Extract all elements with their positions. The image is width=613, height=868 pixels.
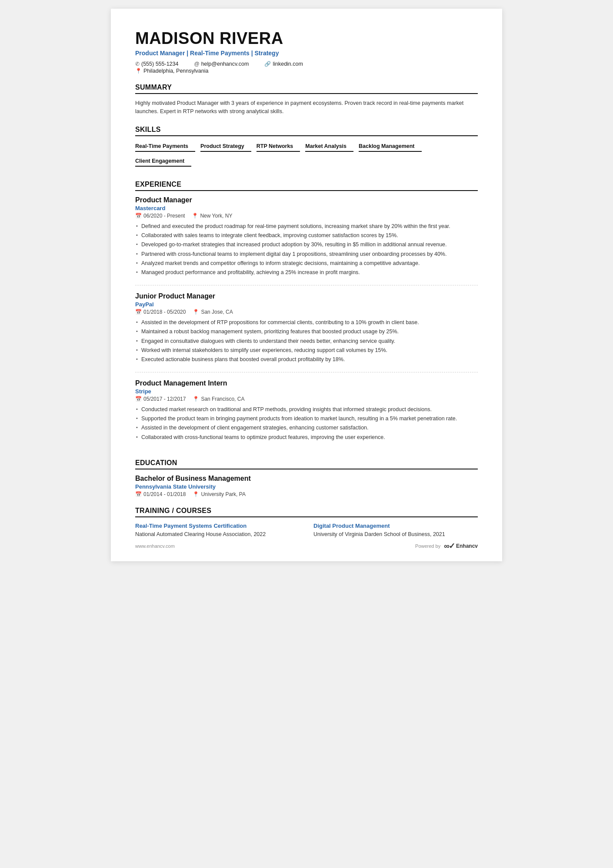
bullet-item: Worked with internal stakeholders to sim… (135, 346, 478, 355)
job-bullets-1: Defined and executed the product roadmap… (135, 222, 478, 277)
job-location-2: 📍 San Jose, CA (193, 309, 233, 315)
summary-title: SUMMARY (135, 84, 478, 94)
training-title-2: Digital Product Management (313, 523, 478, 529)
company-name-1: Mastercard (135, 205, 478, 211)
skills-list: Real-Time Payments Product Strategy RTP … (135, 141, 478, 171)
brand-name: Enhancv (456, 543, 478, 549)
skill-tag: Real-Time Payments (135, 141, 195, 152)
edu-meta-1: 📅 01/2014 - 01/2018 📍 University Park, P… (135, 491, 478, 497)
experience-title: EXPERIENCE (135, 181, 478, 191)
bullet-item: Developed go-to-market strategies that i… (135, 241, 478, 249)
skill-tag: RTP Networks (257, 141, 300, 152)
email-value: help@enhancv.com (201, 61, 249, 67)
bullet-item: Assisted in the development of RTP propo… (135, 318, 478, 327)
resume-page: MADISON RIVERA Product Manager | Real-Ti… (111, 9, 502, 561)
edu-location-1: 📍 University Park, PA (193, 491, 245, 497)
training-title: TRAINING / COURSES (135, 507, 478, 517)
candidate-name: MADISON RIVERA (135, 30, 478, 48)
experience-section: EXPERIENCE Product Manager Mastercard 📅 … (135, 181, 478, 450)
calendar-icon-2: 📅 (135, 309, 142, 315)
resume-footer: www.enhancv.com Powered by ∞✓ Enhancv (135, 541, 478, 551)
training-section: TRAINING / COURSES Real-Time Payment Sys… (135, 507, 478, 539)
bullet-item: Analyzed market trends and competitor of… (135, 259, 478, 268)
bullet-item: Assisted in the development of client en… (135, 424, 478, 432)
email-contact: @ help@enhancv.com (194, 61, 249, 67)
location-value: Philadelphia, Pennsylvania (143, 68, 208, 74)
skills-section: SKILLS Real-Time Payments Product Strate… (135, 126, 478, 171)
training-grid: Real-Time Payment Systems Certification … (135, 523, 478, 539)
location-icon-1: 📍 (192, 213, 198, 219)
education-section: EDUCATION Bachelor of Business Managemen… (135, 459, 478, 497)
education-entry-1: Bachelor of Business Management Pennsylv… (135, 475, 478, 497)
summary-section: SUMMARY Highly motivated Product Manager… (135, 84, 478, 116)
job-stripe: Product Management Intern Stripe 📅 05/20… (135, 379, 478, 450)
bullet-item: Executed actionable business plans that … (135, 355, 478, 364)
edu-date-1: 📅 01/2014 - 01/2018 (135, 491, 186, 497)
company-name-2: PayPal (135, 301, 478, 308)
bullet-item: Conducted market research on traditional… (135, 406, 478, 414)
bullet-item: Supported the product team in bringing p… (135, 415, 478, 423)
phone-contact: ✆ (555) 555-1234 (135, 61, 178, 67)
skill-tag: Client Engagement (135, 156, 191, 167)
summary-text: Highly motivated Product Manager with 3 … (135, 99, 478, 116)
header: MADISON RIVERA Product Manager | Real-Ti… (135, 30, 478, 74)
footer-website: www.enhancv.com (135, 543, 175, 549)
location-contact: 📍 Philadelphia, Pennsylvania (135, 68, 208, 74)
job-title-1: Product Manager (135, 196, 478, 204)
job-date-3: 📅 05/2017 - 12/2017 (135, 396, 186, 402)
skills-title: SKILLS (135, 126, 478, 136)
edu-degree-1: Bachelor of Business Management (135, 475, 478, 483)
job-bullets-2: Assisted in the development of RTP propo… (135, 318, 478, 364)
skill-tag: Product Strategy (200, 141, 251, 152)
company-name-3: Stripe (135, 388, 478, 395)
linkedin-value: linkedin.com (273, 61, 303, 67)
link-icon: 🔗 (264, 61, 271, 67)
footer-brand: Powered by ∞✓ Enhancv (415, 541, 478, 551)
phone-value: (555) 555-1234 (141, 61, 178, 67)
contact-row-2: 📍 Philadelphia, Pennsylvania (135, 68, 478, 74)
job-title-2: Junior Product Manager (135, 292, 478, 300)
job-date-2: 📅 01/2018 - 05/2020 (135, 309, 186, 315)
bullet-item: Partnered with cross-functional teams to… (135, 250, 478, 258)
bullet-item: Defined and executed the product roadmap… (135, 222, 478, 231)
linkedin-contact[interactable]: 🔗 linkedin.com (264, 61, 303, 67)
location-icon-edu: 📍 (193, 491, 199, 497)
location-icon-2: 📍 (193, 309, 199, 315)
job-date-1: 📅 06/2020 - Present (135, 213, 185, 219)
training-title-1: Real-Time Payment Systems Certification (135, 523, 300, 529)
email-icon: @ (194, 61, 199, 67)
job-paypal: Junior Product Manager PayPal 📅 01/2018 … (135, 292, 478, 372)
bullet-item: Engaged in consultative dialogues with c… (135, 337, 478, 345)
location-icon-3: 📍 (193, 396, 199, 402)
training-item-1: Real-Time Payment Systems Certification … (135, 523, 300, 539)
edu-school-1: Pennsylvania State University (135, 483, 478, 490)
job-title-3: Product Management Intern (135, 379, 478, 387)
training-item-2: Digital Product Management University of… (313, 523, 478, 539)
skill-tag: Backlog Management (359, 141, 422, 152)
bullet-item: Collaborated with cross-functional teams… (135, 433, 478, 442)
job-location-3: 📍 San Francisco, CA (193, 396, 244, 402)
job-location-1: 📍 New York, NY (192, 213, 232, 219)
powered-by-text: Powered by (415, 543, 440, 549)
logo-icon: ∞✓ (444, 541, 454, 551)
calendar-icon-3: 📅 (135, 396, 142, 402)
calendar-icon-edu: 📅 (135, 491, 142, 497)
job-mastercard: Product Manager Mastercard 📅 06/2020 - P… (135, 196, 478, 285)
candidate-title: Product Manager | Real-Time Payments | S… (135, 50, 478, 57)
skill-tag: Market Analysis (305, 141, 353, 152)
training-desc-1: National Automated Clearing House Associ… (135, 530, 300, 539)
education-title: EDUCATION (135, 459, 478, 469)
job-bullets-3: Conducted market research on traditional… (135, 406, 478, 442)
enhancv-logo: ∞✓ Enhancv (444, 541, 478, 551)
bullet-item: Maintained a robust backlog management s… (135, 328, 478, 336)
calendar-icon-1: 📅 (135, 213, 142, 219)
training-desc-2: University of Virginia Darden School of … (313, 530, 478, 539)
bullet-item: Collaborated with sales teams to integra… (135, 231, 478, 240)
job-meta-2: 📅 01/2018 - 05/2020 📍 San Jose, CA (135, 309, 478, 315)
location-icon: 📍 (135, 68, 142, 74)
contact-row-1: ✆ (555) 555-1234 @ help@enhancv.com 🔗 li… (135, 61, 478, 67)
phone-icon: ✆ (135, 61, 140, 67)
job-meta-1: 📅 06/2020 - Present 📍 New York, NY (135, 213, 478, 219)
bullet-item: Managed product performance and profitab… (135, 268, 478, 277)
job-meta-3: 📅 05/2017 - 12/2017 📍 San Francisco, CA (135, 396, 478, 402)
